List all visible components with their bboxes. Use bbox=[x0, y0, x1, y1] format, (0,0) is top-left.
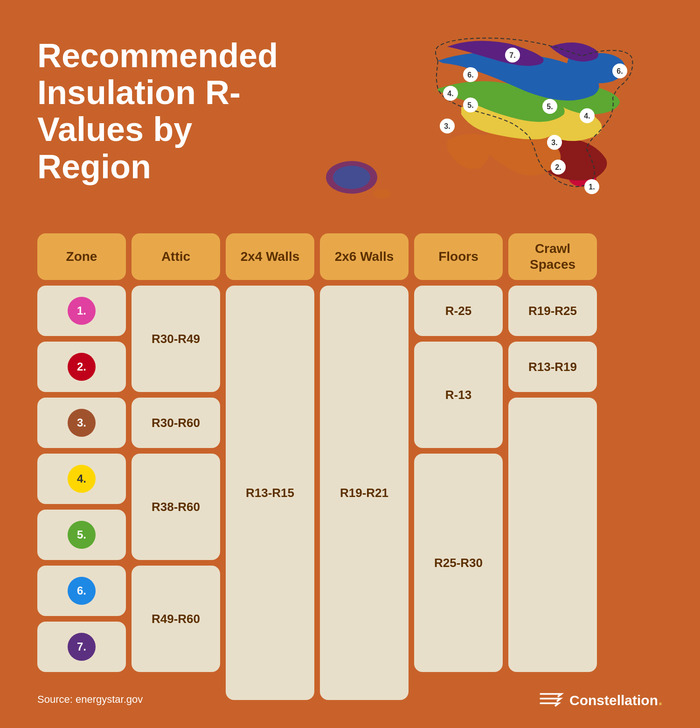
walls24-header: 2x4 Walls bbox=[226, 233, 314, 280]
floors-header: Floors bbox=[414, 233, 503, 280]
zone-2-badge: 2. bbox=[68, 353, 96, 381]
zone-column: Zone 1. 2. 3. 4. 5. 6. bbox=[37, 233, 126, 700]
zone-7-cell: 7. bbox=[37, 622, 126, 672]
crawl-empty bbox=[508, 398, 597, 672]
zone-3-cell: 3. bbox=[37, 398, 126, 448]
svg-text:5.: 5. bbox=[547, 103, 553, 111]
crawl-r19r25: R19-R25 bbox=[508, 286, 597, 336]
attic-header: Attic bbox=[132, 233, 220, 280]
constellation-icon bbox=[538, 690, 564, 709]
constellation-logo: Constellation. bbox=[538, 690, 663, 709]
crawl-r13r19: R13-R19 bbox=[508, 342, 597, 392]
floors-r25: R-25 bbox=[414, 286, 503, 336]
svg-text:4.: 4. bbox=[584, 112, 590, 120]
zone-6-badge: 6. bbox=[68, 577, 96, 605]
svg-text:3.: 3. bbox=[444, 122, 450, 130]
zone-3-badge: 3. bbox=[68, 409, 96, 437]
attic-r49r60: R49-R60 bbox=[132, 566, 220, 672]
svg-text:2.: 2. bbox=[555, 163, 561, 171]
constellation-name-wrapper: Constellation. bbox=[569, 690, 663, 709]
floors-r13: R-13 bbox=[414, 342, 503, 448]
zone-7-badge: 7. bbox=[68, 633, 96, 661]
svg-text:1.: 1. bbox=[589, 183, 595, 191]
walls26-column: 2x6 Walls R19-R21 bbox=[320, 233, 409, 700]
svg-text:4.: 4. bbox=[447, 90, 453, 98]
source-text: Source: energystar.gov bbox=[37, 693, 143, 706]
footer-section: Source: energystar.gov Constellation. bbox=[37, 690, 663, 709]
attic-column: Attic R30-R49 R30-R60 R38-R60 R49-R60 bbox=[132, 233, 220, 700]
zone-1-cell: 1. bbox=[37, 286, 126, 336]
zone-5-cell: 5. bbox=[37, 510, 126, 560]
svg-text:6.: 6. bbox=[617, 67, 623, 75]
svg-point-3 bbox=[374, 189, 390, 198]
zone-1-badge: 1. bbox=[68, 297, 96, 325]
zone-5-badge: 5. bbox=[68, 521, 96, 549]
svg-text:7.: 7. bbox=[509, 51, 515, 59]
zone-6-cell: 6. bbox=[37, 566, 126, 616]
constellation-brand-name: Constellation. bbox=[569, 693, 663, 708]
us-map: 1. 2. 3. 3. 4. 4. bbox=[307, 33, 634, 210]
floors-r25r30: R25-R30 bbox=[414, 454, 503, 672]
walls26-r19r21: R19-R21 bbox=[320, 286, 409, 700]
walls26-header: 2x6 Walls bbox=[320, 233, 409, 280]
top-section: Recommended Insulation R-Values by Regio… bbox=[37, 28, 663, 210]
zone-4-cell: 4. bbox=[37, 454, 126, 504]
svg-point-2 bbox=[333, 166, 370, 189]
map-block: 1. 2. 3. 3. 4. 4. bbox=[278, 28, 663, 210]
crawl-header: Crawl Spaces bbox=[508, 233, 597, 280]
svg-text:6.: 6. bbox=[467, 71, 473, 79]
attic-r30r60: R30-R60 bbox=[132, 398, 220, 448]
svg-text:5.: 5. bbox=[467, 101, 473, 109]
walls24-r13r15: R13-R15 bbox=[226, 286, 314, 700]
zone-2-cell: 2. bbox=[37, 342, 126, 392]
attic-r30r49: R30-R49 bbox=[132, 286, 220, 392]
main-container: Recommended Insulation R-Values by Regio… bbox=[0, 0, 700, 728]
zone-4-badge: 4. bbox=[68, 465, 96, 493]
title-block: Recommended Insulation R-Values by Regio… bbox=[37, 28, 278, 185]
crawl-column: Crawl Spaces R19-R25 R13-R19 bbox=[508, 233, 597, 700]
floors-column: Floors R-25 R-13 R25-R30 bbox=[414, 233, 503, 700]
constellation-dot: . bbox=[658, 690, 663, 709]
walls24-column: 2x4 Walls R13-R15 bbox=[226, 233, 314, 700]
attic-r38r60: R38-R60 bbox=[132, 454, 220, 560]
page-title: Recommended Insulation R-Values by Regio… bbox=[37, 37, 278, 185]
infographic-table: Zone 1. 2. 3. 4. 5. 6. bbox=[37, 233, 663, 700]
svg-text:3.: 3. bbox=[551, 139, 557, 147]
zone-header: Zone bbox=[37, 233, 126, 280]
